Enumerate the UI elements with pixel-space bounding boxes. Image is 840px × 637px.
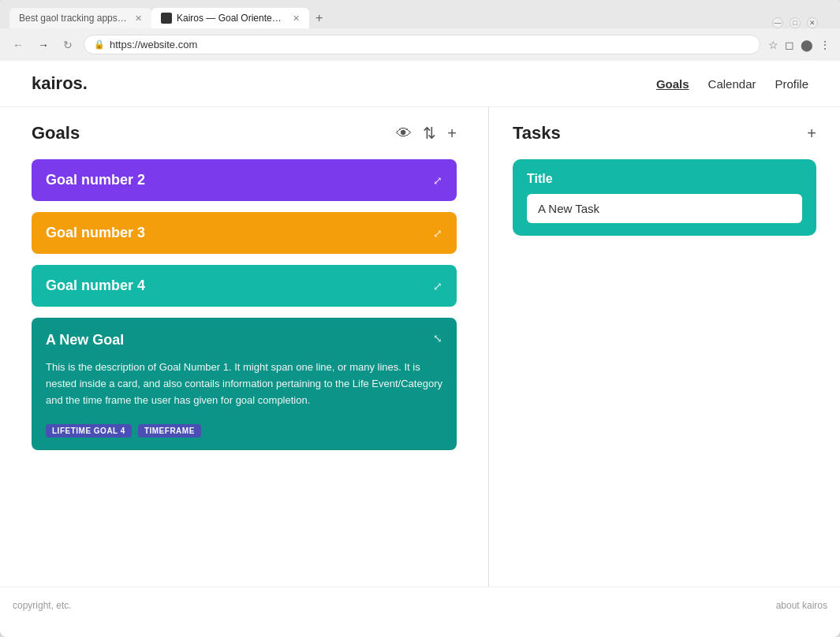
lock-icon: 🔒 — [94, 39, 105, 50]
goals-panel-header: Goals 👁 ⇅ + — [32, 123, 457, 143]
address-bar[interactable]: 🔒 https://website.com — [84, 35, 760, 54]
minimize-button[interactable]: — — [772, 17, 783, 28]
goal-card-3-inner: Goal number 3 ⤢ — [32, 212, 457, 254]
back-button[interactable]: ← — [9, 37, 27, 53]
goal-card-4[interactable]: Goal number 4 ⤢ — [32, 265, 457, 307]
goal-card-2-inner: Goal number 2 ⤢ — [32, 159, 457, 201]
goal-new-description: This is the description of Goal Number 1… — [46, 359, 442, 408]
app-main: Goals 👁 ⇅ + Goal number 2 ⤢ — [0, 107, 840, 587]
goal-new-expand-icon[interactable]: ⤡ — [433, 332, 442, 345]
goal-new-title: A New Goal — [46, 332, 124, 348]
goal-card-3[interactable]: Goal number 3 ⤢ — [32, 212, 457, 254]
tab-kairos-title: Kairos — Goal Oriented Day Plan... — [177, 13, 285, 24]
goal-2-expand-icon[interactable]: ⤢ — [433, 174, 442, 187]
app-content: kairos. Goals Calendar Profile Goals 👁 ⇅… — [0, 61, 840, 624]
nav-calendar[interactable]: Calendar — [708, 77, 756, 91]
tasks-title: Tasks — [513, 123, 561, 143]
tab-google[interactable]: Best gaol tracking apps - Google Sear...… — [9, 8, 151, 28]
goal-card-new-header: A New Goal ⤡ — [46, 332, 442, 348]
goal-2-title: Goal number 2 — [46, 172, 145, 188]
tab-google-title: Best gaol tracking apps - Google Sear... — [19, 13, 127, 24]
toolbar-right: ☆ ◻ ⬤ ⋮ — [768, 39, 831, 51]
footer-copyright: copyright, etc. — [13, 600, 72, 611]
goal-card-new[interactable]: A New Goal ⤡ This is the description of … — [32, 318, 457, 450]
sort-icon[interactable]: ⇅ — [423, 124, 436, 143]
goal-3-expand-icon[interactable]: ⤢ — [433, 227, 442, 240]
app-header: kairos. Goals Calendar Profile — [0, 61, 840, 107]
goal-3-title: Goal number 3 — [46, 225, 145, 241]
visibility-icon[interactable]: 👁 — [396, 125, 412, 143]
close-button[interactable]: ✕ — [807, 17, 818, 28]
tasks-header: Tasks + — [513, 123, 816, 143]
goal-card-4-inner: Goal number 4 ⤢ — [32, 265, 457, 307]
profile-icon[interactable]: ◻ — [785, 39, 794, 51]
goal-4-title: Goal number 4 — [46, 278, 145, 294]
goal-new-tags: LIFETIME GOAL 4 TIMEFRAME — [46, 424, 442, 438]
refresh-button[interactable]: ↻ — [60, 37, 76, 53]
browser-window: Best gaol tracking apps - Google Sear...… — [0, 0, 840, 637]
goal-card-new-inner: A New Goal ⤡ This is the description of … — [32, 318, 457, 450]
app-nav: Goals Calendar Profile — [656, 77, 808, 91]
goal-tag-timeframe: TIMEFRAME — [138, 424, 201, 438]
tab-google-close[interactable]: ✕ — [135, 13, 142, 24]
maximize-button[interactable]: □ — [790, 17, 801, 28]
nav-goals[interactable]: Goals — [656, 77, 689, 91]
bookmark-icon[interactable]: ☆ — [768, 39, 778, 51]
tasks-panel: Tasks + Title — [489, 107, 840, 587]
task-form-card: Title — [513, 159, 816, 236]
app-logo: kairos. — [32, 73, 88, 94]
user-avatar[interactable]: ⬤ — [801, 39, 813, 51]
add-task-button[interactable]: + — [807, 125, 816, 143]
task-title-input[interactable] — [527, 194, 802, 223]
tab-kairos-favicon — [161, 13, 172, 24]
menu-icon[interactable]: ⋮ — [819, 39, 831, 51]
url-text: https://website.com — [110, 39, 197, 50]
task-form-label: Title — [527, 172, 802, 186]
goal-card-2[interactable]: Goal number 2 ⤢ — [32, 159, 457, 201]
window-controls: — □ ✕ — [772, 17, 818, 28]
goal-4-expand-icon[interactable]: ⤢ — [433, 280, 442, 292]
add-goal-icon[interactable]: + — [447, 125, 457, 143]
new-tab-button[interactable]: + — [309, 8, 329, 28]
app-footer: copyright, etc. about kairos — [0, 587, 840, 624]
tabs-row: Best gaol tracking apps - Google Sear...… — [9, 8, 831, 28]
goals-panel-title: Goals — [32, 123, 80, 143]
tab-kairos[interactable]: Kairos — Goal Oriented Day Plan... ✕ — [151, 8, 309, 28]
tab-kairos-close[interactable]: ✕ — [293, 13, 300, 24]
browser-toolbar: ← → ↻ 🔒 https://website.com ☆ ◻ ⬤ ⋮ — [0, 28, 840, 61]
goals-panel-actions: 👁 ⇅ + — [396, 124, 457, 143]
footer-about: about kairos — [776, 600, 827, 611]
goal-tag-lifetime: LIFETIME GOAL 4 — [46, 424, 132, 438]
goals-panel: Goals 👁 ⇅ + Goal number 2 ⤢ — [0, 107, 489, 587]
nav-profile[interactable]: Profile — [775, 77, 808, 91]
forward-button[interactable]: → — [35, 37, 52, 53]
browser-titlebar: Best gaol tracking apps - Google Sear...… — [0, 0, 840, 28]
